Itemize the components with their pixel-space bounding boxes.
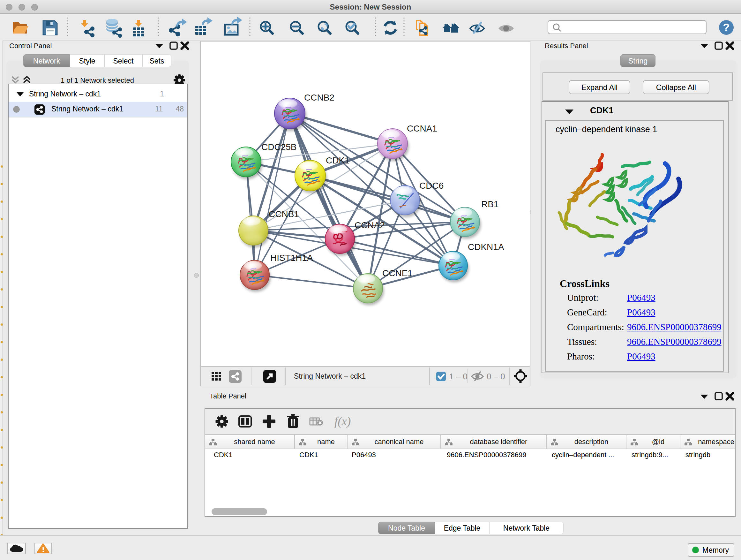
svg-text:CCNA2: CCNA2 xyxy=(354,220,385,230)
svg-text:f(x): f(x) xyxy=(334,415,351,428)
svg-text:CCNE1: CCNE1 xyxy=(382,268,413,278)
svg-text:RB1: RB1 xyxy=(481,199,498,209)
svg-text:?: ? xyxy=(723,21,730,33)
svg-text:CCNB1: CCNB1 xyxy=(269,209,299,219)
svg-text:CDC25B: CDC25B xyxy=(261,142,296,152)
svg-text:HIST1H1A: HIST1H1A xyxy=(270,253,313,263)
svg-text:CCNB2: CCNB2 xyxy=(304,92,334,103)
svg-text:CDK1: CDK1 xyxy=(326,155,350,165)
svg-text:0 – 0: 0 – 0 xyxy=(487,372,505,381)
svg-text:CDKN1A: CDKN1A xyxy=(468,242,504,252)
svg-text:String Network – cdk1: String Network – cdk1 xyxy=(294,372,366,380)
svg-text:1 – 0: 1 – 0 xyxy=(449,372,468,381)
svg-text:CCNA1: CCNA1 xyxy=(407,124,437,133)
svg-text:CDC6: CDC6 xyxy=(419,181,444,191)
